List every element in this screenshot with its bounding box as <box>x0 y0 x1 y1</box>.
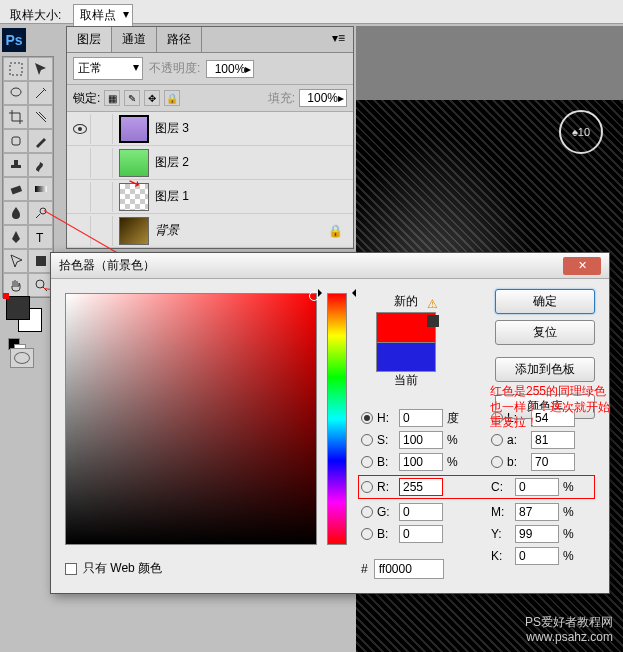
web-only-label: 只有 Web 颜色 <box>83 560 162 577</box>
heal-tool[interactable] <box>3 129 28 153</box>
s-input[interactable] <box>399 431 443 449</box>
radio-h[interactable] <box>361 412 373 424</box>
path-select-tool[interactable] <box>3 249 28 273</box>
svg-point-1 <box>11 88 21 96</box>
layer-row[interactable]: 背景 🔒 <box>67 214 353 248</box>
close-icon[interactable]: ✕ <box>563 257 601 275</box>
hex-input[interactable] <box>374 559 444 579</box>
layer-row[interactable]: 图层 2 <box>67 146 353 180</box>
h-input[interactable] <box>399 409 443 427</box>
layers-panel: 图层 通道 路径 ▾≡ 正常 不透明度: 100%▸ 锁定: ▦ ✎ ✥ 🔒 填… <box>66 26 354 249</box>
lock-pixels-icon[interactable]: ✎ <box>124 90 140 106</box>
dialog-titlebar[interactable]: 拾色器（前景色） ✕ <box>51 253 609 279</box>
slice-tool[interactable] <box>28 105 53 129</box>
svg-rect-4 <box>35 186 47 192</box>
app-icon: Ps <box>2 28 26 52</box>
a-input[interactable] <box>531 431 575 449</box>
lock-position-icon[interactable]: ✥ <box>144 90 160 106</box>
k-input[interactable] <box>515 547 559 565</box>
radio-b[interactable] <box>491 456 503 468</box>
layer-name[interactable]: 图层 3 <box>155 120 351 137</box>
radio-a[interactable] <box>491 434 503 446</box>
hex-label: # <box>361 562 368 576</box>
c-input[interactable] <box>515 478 559 496</box>
m-input[interactable] <box>515 503 559 521</box>
radio-bb[interactable] <box>361 528 373 540</box>
fill-label: 填充: <box>268 90 295 107</box>
gamut-target-swatch[interactable] <box>427 315 439 327</box>
layer-thumbnail[interactable] <box>119 115 149 143</box>
svg-rect-3 <box>10 185 21 194</box>
add-swatch-button[interactable]: 添加到色板 <box>495 357 595 382</box>
opacity-label: 不透明度: <box>149 60 200 77</box>
svg-rect-2 <box>12 137 20 145</box>
blur-tool[interactable] <box>3 201 28 225</box>
pen-tool[interactable] <box>3 225 28 249</box>
sample-size-dropdown[interactable]: 取样点 <box>73 4 133 27</box>
radio-s[interactable] <box>361 434 373 446</box>
lasso-tool[interactable] <box>3 81 28 105</box>
fill-field[interactable]: 100%▸ <box>299 89 347 107</box>
layer-thumbnail[interactable] <box>119 149 149 177</box>
radio-bv[interactable] <box>361 456 373 468</box>
lock-all-icon[interactable]: 🔒 <box>164 90 180 106</box>
tab-paths[interactable]: 路径 <box>157 27 202 52</box>
r-input[interactable] <box>399 478 443 496</box>
sample-size-label: 取样大小: <box>10 8 61 22</box>
foreground-color-swatch[interactable] <box>6 296 30 320</box>
blend-mode-dropdown[interactable]: 正常 <box>73 57 143 80</box>
svg-rect-0 <box>10 63 22 75</box>
ok-button[interactable]: 确定 <box>495 289 595 314</box>
layer-name[interactable]: 图层 2 <box>155 154 351 171</box>
wand-tool[interactable] <box>28 81 53 105</box>
bb-input[interactable] <box>399 525 443 543</box>
crop-tool[interactable] <box>3 105 28 129</box>
marquee-tool[interactable] <box>3 57 28 81</box>
brush-tool[interactable] <box>28 129 53 153</box>
l-input[interactable] <box>531 409 575 427</box>
layer-thumbnail[interactable] <box>119 217 149 245</box>
tab-layers[interactable]: 图层 <box>67 27 112 52</box>
lock-transparent-icon[interactable]: ▦ <box>104 90 120 106</box>
stamp-tool[interactable] <box>3 153 28 177</box>
saturation-value-field[interactable] <box>65 293 317 545</box>
bv-input[interactable] <box>399 453 443 471</box>
hue-slider[interactable] <box>327 293 347 545</box>
layer-thumbnail[interactable] <box>119 183 149 211</box>
layer-row[interactable]: 图层 3 <box>67 112 353 146</box>
dialog-title: 拾色器（前景色） <box>59 257 155 274</box>
current-color-swatch[interactable] <box>376 342 436 372</box>
svg-rect-7 <box>36 256 46 266</box>
g-input[interactable] <box>399 503 443 521</box>
gradient-tool[interactable] <box>28 177 53 201</box>
quick-mask-toggle[interactable] <box>10 348 34 368</box>
visibility-icon[interactable] <box>73 124 87 134</box>
svg-text:T: T <box>36 231 44 245</box>
y-input[interactable] <box>515 525 559 543</box>
options-bar: 取样大小: 取样点 <box>0 0 623 24</box>
lock-icon: 🔒 <box>328 224 343 238</box>
radio-l[interactable] <box>491 412 503 424</box>
web-only-checkbox[interactable] <box>65 563 77 575</box>
current-color-label: 当前 <box>361 372 451 389</box>
radio-g[interactable] <box>361 506 373 518</box>
type-tool[interactable]: T <box>28 225 53 249</box>
card-corner: ♠10 <box>559 110 603 154</box>
radio-r[interactable] <box>361 481 373 493</box>
opacity-field[interactable]: 100%▸ <box>206 60 254 78</box>
layer-name[interactable]: 背景 <box>155 222 328 239</box>
color-fields: H:度 L: S:% a: B:% b: R: C:% G: <box>361 409 595 569</box>
eraser-tool[interactable] <box>3 177 28 201</box>
color-picker-dialog: 拾色器（前景色） ✕ 新的 当前 ⚠ 确定 复位 添加到色板 颜色库 H:度 <box>50 252 610 594</box>
b-input[interactable] <box>531 453 575 471</box>
layer-name[interactable]: 图层 1 <box>155 188 351 205</box>
layer-row[interactable]: 图层 1 <box>67 180 353 214</box>
panel-menu-icon[interactable]: ▾≡ <box>324 27 353 52</box>
tab-channels[interactable]: 通道 <box>112 27 157 52</box>
history-brush-tool[interactable] <box>28 153 53 177</box>
toolbox: T <box>2 56 54 298</box>
gamut-warning-icon[interactable]: ⚠ <box>427 297 438 311</box>
move-tool[interactable] <box>28 57 53 81</box>
cancel-button[interactable]: 复位 <box>495 320 595 345</box>
color-swatches <box>6 296 46 336</box>
